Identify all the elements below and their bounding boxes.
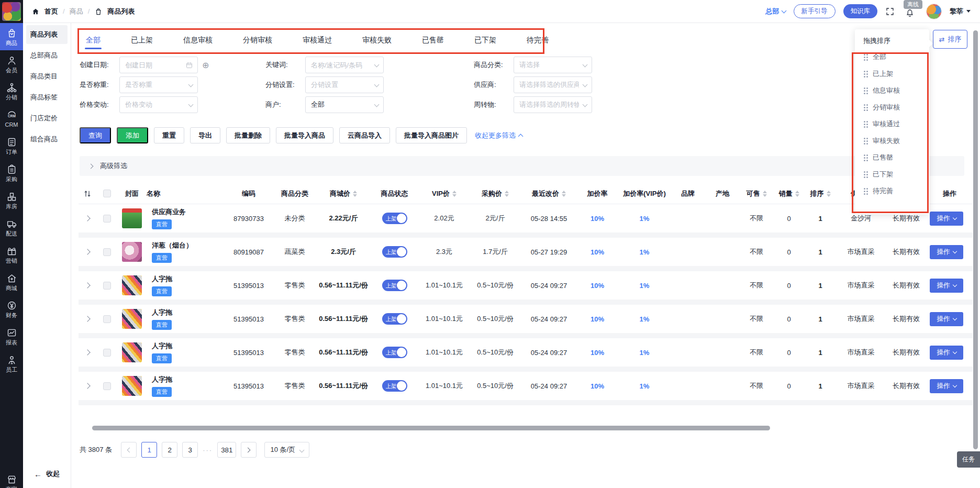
submenu-item[interactable]: 组合商品 [26, 130, 68, 149]
weigh-select[interactable]: 是否称重 [119, 76, 198, 93]
breadcrumb-section[interactable]: 商品 [70, 7, 83, 16]
sidebar-item-distribution[interactable]: 分销 [0, 77, 23, 105]
knowledge-base-button[interactable]: 知识库 [843, 4, 878, 18]
tab-分销审核[interactable]: 分销审核 [242, 30, 273, 52]
sidebar-item-goods[interactable]: 商品 [0, 23, 23, 50]
tab-待完善[interactable]: 待完善 [526, 30, 550, 52]
advanced-filter-toggle[interactable]: 高级筛选 [80, 156, 964, 176]
submenu-item[interactable]: 商品列表 [26, 25, 68, 44]
tab-审核失败[interactable]: 审核失败 [361, 30, 393, 52]
sort-carets[interactable] [562, 191, 566, 197]
status-toggle[interactable]: 上架 [382, 280, 407, 291]
tab-已售罄[interactable]: 已售罄 [421, 30, 445, 52]
circle-plus-icon[interactable]: ⊕ [202, 60, 209, 70]
status-toggle[interactable]: 上架 [382, 213, 407, 224]
select-all-checkbox[interactable] [103, 190, 111, 197]
sidebar-item-staff[interactable]: 员工 [0, 350, 23, 377]
page-button-2[interactable]: 2 [162, 442, 177, 458]
drag-sort-item-审核失败[interactable]: 审核失败 [855, 132, 929, 149]
row-expander-icon[interactable] [84, 349, 90, 355]
create-date-input-field[interactable] [125, 61, 185, 69]
sort-carets[interactable] [827, 191, 831, 197]
merchant-select[interactable]: 全部 [305, 96, 384, 113]
submenu-item[interactable]: 商品类目 [26, 67, 68, 86]
page-size-select[interactable]: 10 条/页 [264, 442, 309, 458]
distribution-setting-select[interactable]: 分销设置 [305, 76, 384, 93]
add-button[interactable]: 添加 [117, 127, 148, 143]
row-checkbox[interactable] [103, 282, 111, 290]
sort-carets[interactable] [763, 191, 767, 197]
sidebar-item-purchase[interactable]: 采购 [0, 159, 23, 186]
status-toggle[interactable]: 上架 [382, 347, 407, 358]
row-checkbox[interactable] [103, 248, 111, 256]
product-cover-image[interactable] [122, 309, 142, 329]
row-action-button[interactable]: 操作 [930, 312, 963, 326]
drag-sort-item-审核通过[interactable]: 审核通过 [855, 116, 929, 132]
keyword-input-field[interactable] [311, 61, 371, 69]
search-button[interactable]: 查询 [80, 127, 111, 143]
sidebar-item-order[interactable]: 订单 [0, 132, 23, 159]
toolbar-button-批量导入商品图片[interactable]: 批量导入商品图片 [396, 127, 467, 143]
drag-sort-item-信息审核[interactable]: 信息审核 [855, 82, 929, 99]
tab-已下架[interactable]: 已下架 [473, 30, 497, 52]
org-selector[interactable]: 总部 [766, 7, 786, 16]
turnover-select[interactable]: 请选择筛选的周转物 [514, 96, 592, 113]
app-logo[interactable] [0, 0, 23, 23]
drag-sort-item-待完善[interactable]: 待完善 [855, 183, 929, 199]
sort-carets[interactable] [452, 191, 456, 197]
breadcrumb-home[interactable]: 首页 [44, 7, 58, 16]
drag-sort-item-已售罄[interactable]: 已售罄 [855, 149, 929, 166]
drag-sort-icon[interactable] [83, 189, 92, 198]
toolbar-button-重置[interactable]: 重置 [154, 127, 184, 143]
sort-button[interactable]: ⇄ 排序 [933, 30, 967, 49]
row-checkbox[interactable] [103, 349, 111, 357]
row-checkbox[interactable] [103, 382, 111, 390]
toolbar-button-云商品导入[interactable]: 云商品导入 [339, 127, 390, 143]
sort-carets[interactable] [505, 191, 509, 197]
sidebar-item-member[interactable]: 会员 [0, 50, 23, 77]
toolbar-button-导出[interactable]: 导出 [190, 127, 220, 143]
page-button-381[interactable]: 381 [217, 442, 236, 458]
keyword-input[interactable] [305, 57, 384, 73]
product-cover-image[interactable] [122, 208, 142, 228]
submenu-item[interactable]: 总部商品 [26, 46, 68, 65]
create-date-input[interactable] [119, 57, 198, 73]
guide-button[interactable]: 新手引导 [794, 4, 836, 18]
row-expander-icon[interactable] [84, 249, 90, 254]
row-action-button[interactable]: 操作 [930, 212, 963, 226]
row-action-button[interactable]: 操作 [930, 279, 963, 293]
row-action-button[interactable]: 操作 [930, 379, 963, 393]
row-checkbox[interactable] [103, 215, 111, 223]
task-badge[interactable]: 任务 [957, 451, 980, 468]
product-cover-image[interactable] [122, 342, 142, 362]
user-menu[interactable]: 擎莘 [950, 7, 971, 16]
row-expander-icon[interactable] [84, 316, 90, 321]
submenu-item[interactable]: 商品标签 [26, 88, 68, 107]
drag-sort-item-全部[interactable]: 全部 [855, 49, 929, 65]
page-button-1[interactable]: 1 [141, 442, 157, 458]
prev-page-button[interactable] [121, 442, 137, 458]
row-action-button[interactable]: 操作 [930, 346, 963, 360]
sidebar-item-finance[interactable]: 财务 [0, 295, 23, 323]
sidebar-collapse-button[interactable]: ← 收起 [23, 469, 71, 479]
tab-已上架[interactable]: 已上架 [130, 30, 154, 52]
row-action-button[interactable]: 操作 [930, 245, 963, 259]
sidebar-item-mall[interactable]: 商城 [0, 268, 23, 295]
status-toggle[interactable]: 上架 [382, 313, 407, 325]
drag-sort-item-分销审核[interactable]: 分销审核 [855, 99, 929, 116]
sidebar-item-marketing[interactable]: 营销 [0, 241, 23, 268]
category-select[interactable]: 请选择 [514, 57, 592, 73]
row-checkbox[interactable] [103, 315, 111, 323]
sort-carets[interactable] [795, 191, 799, 197]
collapse-filters-link[interactable]: 收起更多筛选 [475, 131, 522, 140]
vertical-scrollbar[interactable] [973, 30, 978, 449]
page-button-3[interactable]: 3 [182, 442, 198, 458]
fullscreen-icon[interactable] [885, 7, 895, 16]
sort-carets[interactable] [353, 191, 357, 197]
horizontal-scrollbar[interactable] [92, 426, 770, 430]
status-toggle[interactable]: 上架 [382, 246, 407, 258]
drag-sort-item-已下架[interactable]: 已下架 [855, 166, 929, 183]
submenu-item[interactable]: 门店定价 [26, 109, 68, 128]
tab-审核通过[interactable]: 审核通过 [302, 30, 333, 52]
price-change-select[interactable]: 价格变动 [119, 96, 198, 113]
